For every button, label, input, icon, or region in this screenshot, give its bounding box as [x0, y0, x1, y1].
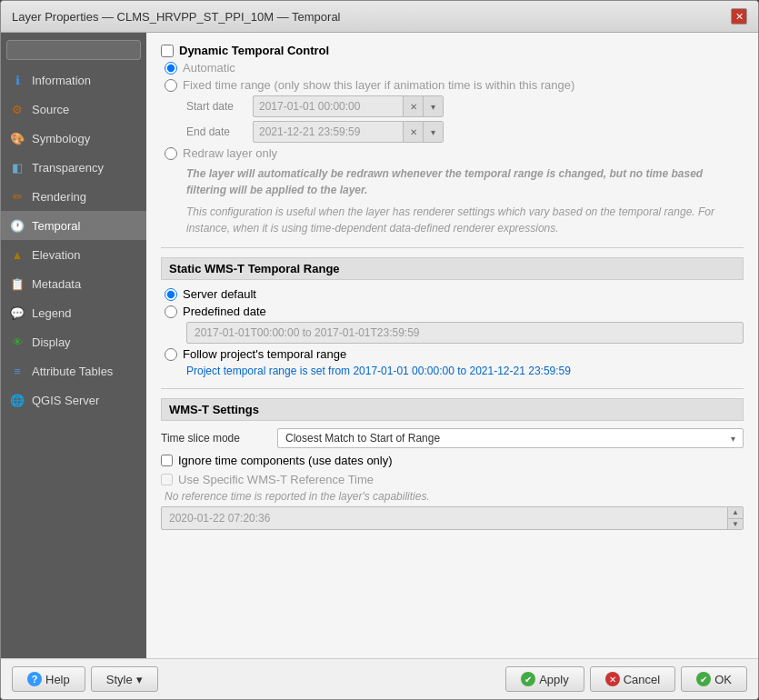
- start-date-drop-btn[interactable]: ▾: [423, 96, 443, 116]
- dynamic-temporal-section: Dynamic Temporal Control Automatic Fixed…: [161, 44, 744, 236]
- divider-1: [161, 247, 744, 248]
- sidebar-label-symbology: Symbology: [32, 132, 90, 145]
- legend-icon: 💬: [8, 304, 26, 322]
- automatic-label: Automatic: [183, 61, 235, 75]
- sidebar-item-source[interactable]: ⚙ Source: [1, 95, 146, 124]
- end-date-drop-btn[interactable]: ▾: [423, 122, 443, 142]
- dropdown-arrow: ▾: [731, 434, 735, 444]
- start-date-row: Start date 2017-01-01 00:00:00 ✕ ▾: [186, 95, 744, 117]
- spin-down-btn[interactable]: ▼: [728, 519, 743, 530]
- sidebar-label-source: Source: [32, 103, 69, 116]
- static-wms-title: Static WMS-T Temporal Range: [161, 257, 744, 280]
- sidebar-item-metadata[interactable]: 📋 Metadata: [1, 269, 146, 298]
- server-default-radio[interactable]: [165, 288, 177, 301]
- redraw-label: Redraw layer only: [183, 146, 277, 160]
- sidebar-label-temporal: Temporal: [32, 219, 80, 233]
- sidebar-item-qgis-server[interactable]: 🌐 QGIS Server: [1, 385, 146, 415]
- sidebar-item-temporal[interactable]: 🕐 Temporal: [1, 211, 146, 240]
- sidebar-item-legend[interactable]: 💬 Legend: [1, 298, 146, 327]
- start-date-clear-btn[interactable]: ✕: [403, 96, 423, 116]
- dynamic-temporal-row: Dynamic Temporal Control: [161, 44, 744, 57]
- time-slice-label: Time slice mode: [161, 432, 270, 445]
- style-label: Style: [106, 673, 133, 686]
- project-range-text: Project temporal range is set from 2017-…: [186, 365, 744, 377]
- footer-left: ? Help Style ▾: [12, 666, 158, 692]
- style-arrow: ▾: [136, 673, 143, 686]
- time-slice-dropdown[interactable]: Closest Match to Start of Range ▾: [277, 428, 744, 448]
- time-slice-value: Closest Match to Start of Range: [285, 432, 440, 445]
- spin-buttons: ▲ ▼: [727, 507, 743, 529]
- apply-label: Apply: [539, 673, 569, 686]
- sidebar-item-transparency[interactable]: ◧ Transparency: [1, 153, 146, 182]
- fixed-range-label: Fixed time range (only show this layer i…: [183, 78, 574, 92]
- title-bar: Layer Properties — CLMS_HRVPP_ST_PPI_10M…: [1, 1, 758, 33]
- use-specific-checkbox[interactable]: [161, 474, 173, 485]
- cancel-button[interactable]: ✕ Cancel: [590, 666, 675, 692]
- cancel-icon: ✕: [605, 672, 620, 686]
- ok-button[interactable]: ✔ OK: [681, 666, 747, 692]
- end-date-row: End date 2021-12-21 23:59:59 ✕ ▾: [186, 121, 744, 143]
- dialog: Layer Properties — CLMS_HRVPP_ST_PPI_10M…: [0, 0, 759, 700]
- help-label: Help: [45, 673, 70, 686]
- automatic-radio[interactable]: [165, 62, 177, 75]
- sidebar-item-display[interactable]: 👁 Display: [1, 327, 146, 356]
- elevation-icon: ▲: [8, 245, 26, 264]
- ok-icon: ✔: [696, 672, 711, 686]
- attribute-tables-icon: ≡: [8, 362, 26, 380]
- main-content: Dynamic Temporal Control Automatic Fixed…: [146, 33, 758, 658]
- divider-2: [161, 388, 744, 389]
- dynamic-temporal-checkbox[interactable]: [161, 45, 174, 57]
- start-date-value: 2017-01-01 00:00:00: [254, 98, 403, 115]
- display-icon: 👁: [8, 333, 26, 351]
- ignore-time-row: Ignore time components (use dates only): [161, 454, 744, 467]
- apply-button[interactable]: ✔ Apply: [505, 666, 584, 692]
- transparency-icon: ◧: [8, 158, 26, 176]
- end-date-label: End date: [186, 125, 245, 138]
- spin-up-btn[interactable]: ▲: [728, 507, 743, 519]
- dialog-title: Layer Properties — CLMS_HRVPP_ST_PPI_10M…: [12, 10, 341, 24]
- end-date-value: 2021-12-21 23:59:59: [254, 124, 403, 140]
- temporal-icon: 🕐: [8, 216, 26, 235]
- redraw-radio[interactable]: [165, 147, 177, 160]
- style-button[interactable]: Style ▾: [91, 666, 158, 692]
- follow-project-row: Follow project's temporal range: [165, 347, 744, 361]
- metadata-icon: 📋: [8, 275, 26, 293]
- reference-time-input[interactable]: 2020-01-22 07:20:36 ▲ ▼: [161, 506, 744, 530]
- predefined-date-radio[interactable]: [165, 305, 177, 318]
- sidebar-label-elevation: Elevation: [32, 248, 80, 262]
- sidebar-label-qgis-server: QGIS Server: [32, 394, 99, 407]
- sidebar-label-transparency: Transparency: [32, 161, 104, 175]
- end-date-clear-btn[interactable]: ✕: [403, 122, 423, 142]
- footer: ? Help Style ▾ ✔ Apply ✕ Cancel ✔ OK: [1, 658, 758, 699]
- predefined-date-label: Predefined date: [183, 305, 266, 318]
- source-icon: ⚙: [8, 100, 26, 118]
- search-input[interactable]: [6, 40, 141, 60]
- sidebar-item-attribute-tables[interactable]: ≡ Attribute Tables: [1, 356, 146, 385]
- fixed-range-radio[interactable]: [165, 79, 177, 92]
- server-default-label: Server default: [183, 287, 256, 301]
- server-default-row: Server default: [165, 287, 744, 301]
- sidebar-item-information[interactable]: ℹ Information: [1, 65, 146, 95]
- qgis-server-icon: 🌐: [8, 391, 26, 409]
- end-date-input[interactable]: 2021-12-21 23:59:59 ✕ ▾: [253, 121, 444, 143]
- cancel-label: Cancel: [624, 673, 660, 686]
- sidebar-label-metadata: Metadata: [32, 277, 81, 291]
- help-button[interactable]: ? Help: [12, 666, 85, 692]
- sidebar: ℹ Information ⚙ Source 🎨 Symbology ◧ Tra…: [1, 33, 146, 658]
- close-button[interactable]: ✕: [731, 8, 747, 25]
- sidebar-item-rendering[interactable]: ✏ Rendering: [1, 182, 146, 211]
- sidebar-item-elevation[interactable]: ▲ Elevation: [1, 240, 146, 269]
- start-date-input[interactable]: 2017-01-01 00:00:00 ✕ ▾: [253, 95, 444, 117]
- dynamic-temporal-label: Dynamic Temporal Control: [179, 44, 329, 57]
- follow-project-radio[interactable]: [165, 348, 177, 361]
- apply-icon: ✔: [521, 672, 535, 686]
- sidebar-label-information: Information: [32, 74, 91, 87]
- ignore-time-checkbox[interactable]: [161, 455, 173, 466]
- ignore-time-label: Ignore time components (use dates only): [178, 454, 393, 467]
- sidebar-item-symbology[interactable]: 🎨 Symbology: [1, 124, 146, 153]
- fixed-range-row: Fixed time range (only show this layer i…: [165, 78, 744, 92]
- predefined-date-value: 2017-01-01T00:00:00 to 2017-01-01T23:59:…: [186, 322, 744, 344]
- use-specific-row: Use Specific WMS-T Reference Time: [161, 473, 744, 486]
- wms-settings-section: WMS-T Settings Time slice mode Closest M…: [161, 398, 744, 530]
- wms-settings-title: WMS-T Settings: [161, 398, 744, 421]
